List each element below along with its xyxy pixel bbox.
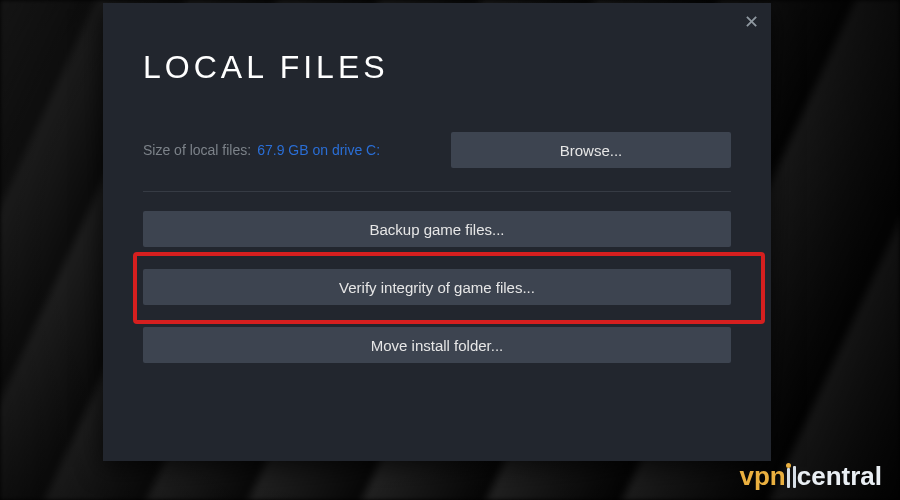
move-install-folder-button[interactable]: Move install folder... <box>143 327 731 363</box>
backup-game-files-button[interactable]: Backup game files... <box>143 211 731 247</box>
size-label: Size of local files: <box>143 142 251 158</box>
dialog-title: LOCAL FILES <box>143 49 389 86</box>
watermark-bars-icon <box>787 466 796 488</box>
watermark-part2: central <box>797 461 882 492</box>
size-value-link[interactable]: 67.9 GB on drive C: <box>257 142 380 158</box>
divider <box>143 191 731 192</box>
size-info-row: Size of local files: 67.9 GB on drive C:… <box>143 132 731 168</box>
watermark-part1: vpn <box>740 461 786 492</box>
watermark-logo: vpn central <box>740 461 883 492</box>
verify-integrity-button[interactable]: Verify integrity of game files... <box>143 269 731 305</box>
close-icon[interactable]: ✕ <box>744 13 759 31</box>
local-files-dialog: ✕ LOCAL FILES Size of local files: 67.9 … <box>103 3 771 461</box>
browse-button[interactable]: Browse... <box>451 132 731 168</box>
